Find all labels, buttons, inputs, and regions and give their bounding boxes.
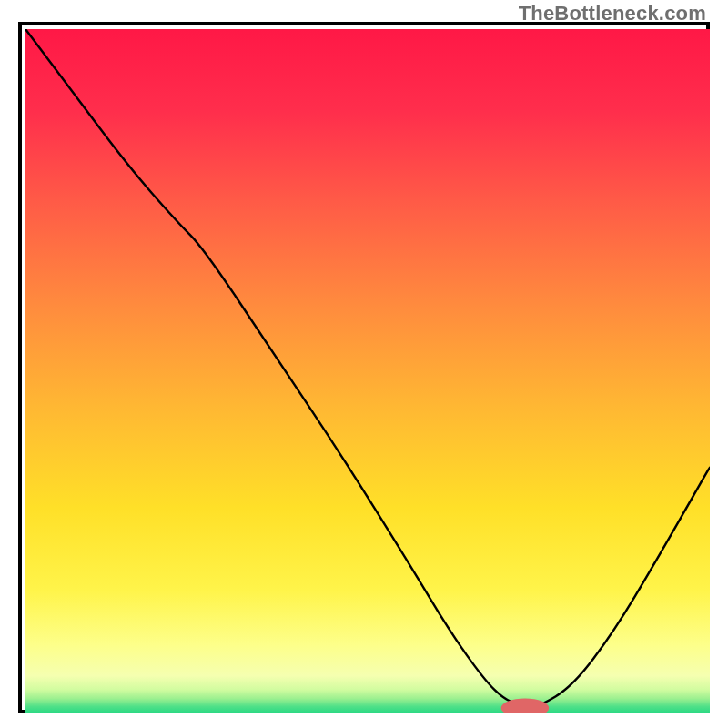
gradient-background: [25, 29, 710, 713]
chart-svg: [25, 29, 710, 713]
chart-frame: [18, 22, 710, 713]
chart-plot-area: [25, 29, 710, 713]
